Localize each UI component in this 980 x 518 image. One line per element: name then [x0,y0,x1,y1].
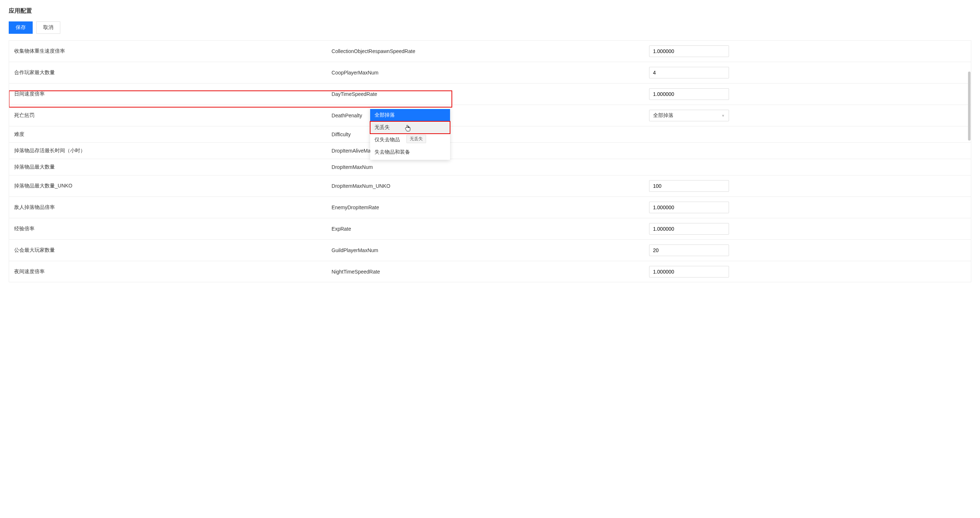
config-value-cell [644,261,971,283]
config-value-cell [644,175,971,197]
chevron-down-icon: ▼ [721,114,725,118]
config-value-cell [644,143,971,159]
config-value-select[interactable]: 全部掉落▼ [649,110,729,121]
config-value-input[interactable] [649,266,729,278]
config-value-cell [644,62,971,84]
config-value-cell: 全部掉落▼ [644,105,971,126]
config-value-cell [644,41,971,62]
scrollbar-thumb[interactable] [968,72,970,141]
death-penalty-dropdown[interactable]: 全部掉落无丢失仅失去物品失去物品和装备 [370,108,450,160]
config-value-cell [644,240,971,261]
table-row: 死亡惩罚DeathPenalty全部掉落▼ [9,105,971,126]
config-value-cell [644,197,971,218]
config-label: 合作玩家最大数量 [9,62,326,84]
config-label: 夜间速度倍率 [9,261,326,283]
config-value-input[interactable] [649,202,729,213]
config-value-input[interactable] [649,223,729,235]
save-button[interactable]: 保存 [9,21,33,34]
table-row: 难度Difficulty [9,126,971,143]
select-value: 全部掉落 [653,112,673,119]
config-value-cell [644,84,971,105]
config-table-wrapper: 收集物体重生速度倍率CollectionObjectRespawnSpeedRa… [9,40,971,282]
config-label: 掉落物品最大数量_UNKO [9,175,326,197]
dropdown-option[interactable]: 全部掉落 [370,109,450,121]
table-row: 掉落物品最大数量_UNKODropItemMaxNum_UNKO [9,175,971,197]
table-row: 合作玩家最大数量CoopPlayerMaxNum [9,62,971,84]
table-row: 掉落物品存活最长时间（小时）DropItemAliveMaxHours [9,143,971,159]
table-row: 敌人掉落物品倍率EnemyDropItemRate [9,197,971,218]
config-label: 日间速度倍率 [9,84,326,105]
config-value-input[interactable] [649,245,729,256]
config-label: 经验倍率 [9,218,326,240]
config-value-cell [644,159,971,175]
config-label: 掉落物品最大数量 [9,159,326,175]
config-value-input[interactable] [649,180,729,192]
config-label: 公会最大玩家数量 [9,240,326,261]
table-row: 夜间速度倍率NightTimeSpeedRate [9,261,971,283]
config-label: 收集物体重生速度倍率 [9,41,326,62]
scrollbar-track[interactable] [967,41,971,282]
config-label: 难度 [9,126,326,143]
config-label: 死亡惩罚 [9,105,326,126]
config-key: CollectionObjectRespawnSpeedRate [326,41,644,62]
dropdown-option[interactable]: 失去物品和装备 [370,146,450,158]
table-row: 掉落物品最大数量DropItemMaxNum [9,159,971,175]
cancel-button[interactable]: 取消 [36,21,60,34]
config-key: ExpRate [326,218,644,240]
config-value-input[interactable] [649,45,729,57]
config-value-cell [644,218,971,240]
config-key: CoopPlayerMaxNum [326,62,644,84]
config-table: 收集物体重生速度倍率CollectionObjectRespawnSpeedRa… [9,41,971,282]
config-label: 敌人掉落物品倍率 [9,197,326,218]
config-key: DayTimeSpeedRate [326,84,644,105]
table-row: 经验倍率ExpRate [9,218,971,240]
cursor-pointer-icon [405,125,411,133]
button-row: 保存 取消 [9,21,971,34]
config-key: DropItemMaxNum [326,159,644,175]
table-row: 收集物体重生速度倍率CollectionObjectRespawnSpeedRa… [9,41,971,62]
config-value-input[interactable] [649,88,729,100]
config-value-cell [644,126,971,143]
config-key: GuildPlayerMaxNum [326,240,644,261]
hover-tooltip: 无丢失 [406,135,426,143]
config-label: 掉落物品存活最长时间（小时） [9,143,326,159]
config-key: EnemyDropItemRate [326,197,644,218]
config-key: NightTimeSpeedRate [326,261,644,283]
page-title: 应用配置 [9,7,971,15]
config-value-input[interactable] [649,67,729,78]
config-key: DropItemMaxNum_UNKO [326,175,644,197]
table-row: 日间速度倍率DayTimeSpeedRate [9,84,971,105]
table-row: 公会最大玩家数量GuildPlayerMaxNum [9,240,971,261]
